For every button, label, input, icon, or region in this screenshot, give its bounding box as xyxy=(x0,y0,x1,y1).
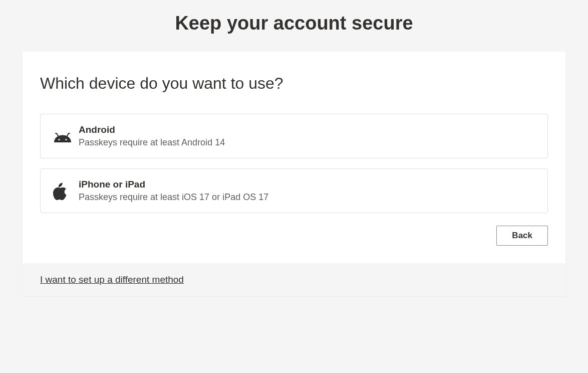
option-android[interactable]: Android Passkeys require at least Androi… xyxy=(40,114,548,158)
card-heading: Which device do you want to use? xyxy=(40,74,548,93)
card-actions: Back xyxy=(40,226,548,246)
apple-icon xyxy=(53,182,79,200)
option-android-title: Android xyxy=(79,124,535,135)
android-icon xyxy=(53,130,79,142)
card-footer: I want to set up a different method xyxy=(23,263,565,296)
svg-point-0 xyxy=(58,138,60,140)
page-title: Keep your account secure xyxy=(0,0,588,52)
option-apple-subtitle: Passkeys require at least iOS 17 or iPad… xyxy=(79,192,535,203)
option-apple-title: iPhone or iPad xyxy=(79,179,535,190)
svg-point-1 xyxy=(65,138,67,140)
device-selection-card: Which device do you want to use? Android… xyxy=(23,52,565,296)
card-main-content: Which device do you want to use? Android… xyxy=(23,52,565,263)
option-android-content: Android Passkeys require at least Androi… xyxy=(79,124,535,148)
different-method-link[interactable]: I want to set up a different method xyxy=(40,274,184,285)
option-apple[interactable]: iPhone or iPad Passkeys require at least… xyxy=(40,168,548,213)
option-apple-content: iPhone or iPad Passkeys require at least… xyxy=(79,179,535,203)
back-button[interactable]: Back xyxy=(496,226,548,246)
option-android-subtitle: Passkeys require at least Android 14 xyxy=(79,137,535,148)
